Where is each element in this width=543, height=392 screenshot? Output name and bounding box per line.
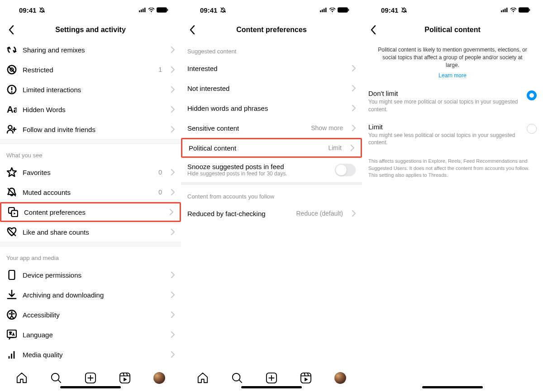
chevron-right-icon (171, 106, 175, 113)
screen-political-content: 09:41 Political content Political conten… (362, 0, 543, 392)
chevron-right-icon (352, 85, 356, 91)
row-label: Accessibility (23, 311, 162, 319)
row-label: Archiving and downloading (23, 291, 162, 299)
snooze-label: Snooze suggested posts in feed (187, 163, 329, 170)
option-description: You might see less political or social t… (368, 132, 521, 146)
option-title: Don't limit (368, 90, 521, 97)
chevron-right-icon (171, 351, 175, 358)
chevron-right-icon (352, 210, 356, 217)
back-button[interactable] (186, 23, 199, 37)
row-value: 0 (158, 169, 162, 176)
star-icon (6, 167, 17, 178)
row-label: Hidden Words (23, 106, 162, 113)
row-label: Limited interactions (23, 86, 162, 94)
row-label: Device permissions (23, 271, 162, 279)
row-political-content[interactable]: Political contentLimit (181, 138, 362, 158)
chevron-right-icon (171, 229, 175, 235)
option-limit[interactable]: Limit You might see less political or so… (362, 118, 543, 151)
row-limited-interactions[interactable]: Limited interactions (0, 80, 181, 99)
row-not-interested[interactable]: Not interested (181, 78, 362, 98)
chevron-right-icon (171, 189, 175, 195)
row-accessibility[interactable]: Accessibility (0, 305, 181, 325)
mute-icon (220, 7, 226, 13)
row-muted-accounts[interactable]: Muted accounts0 (0, 182, 181, 202)
row-hidden-words[interactable]: Hidden Words (0, 99, 181, 119)
section-suggested-content: Suggested content (181, 40, 362, 58)
content-icon (8, 207, 19, 217)
row-hidden-words-and-phrases[interactable]: Hidden words and phrases (181, 98, 362, 118)
row-content-preferences[interactable]: Content preferences (0, 202, 181, 222)
status-bar: 09:41 (362, 0, 543, 20)
wifi-icon (148, 8, 155, 13)
snooze-sublabel: Hide suggested posts in feed for 30 days… (187, 170, 329, 178)
tab-reels[interactable] (119, 372, 131, 384)
tab-search[interactable] (50, 372, 62, 384)
device-icon (6, 269, 17, 280)
battery-icon (338, 7, 349, 13)
back-button[interactable] (5, 23, 18, 37)
chevron-right-icon (351, 145, 354, 151)
row-snooze-suggested[interactable]: Snooze suggested posts in feed Hide sugg… (181, 158, 362, 182)
avatar-icon (334, 372, 346, 384)
tab-new-post[interactable] (84, 372, 97, 384)
option-don-t-limit[interactable]: Don't limit You might see more political… (362, 85, 543, 118)
row-device-permissions[interactable]: Device permissions (0, 265, 181, 285)
clock: 09:41 (19, 6, 36, 14)
language-icon (6, 329, 17, 340)
row-label: Favorites (23, 169, 153, 176)
radio-indicator[interactable] (527, 124, 537, 134)
home-indicator[interactable] (241, 386, 302, 388)
row-favorites[interactable]: Favorites0 (0, 162, 181, 182)
row-label: Sharing and remixes (23, 46, 162, 54)
chevron-right-icon (171, 86, 175, 93)
mute-icon (401, 7, 407, 13)
chevron-right-icon (352, 125, 356, 131)
row-label: Language (23, 331, 162, 339)
clock: 09:41 (381, 6, 398, 14)
screen-settings: 09:41 Settings and activity Sharing and … (0, 0, 181, 392)
tab-search[interactable] (231, 372, 243, 384)
home-indicator[interactable] (422, 386, 483, 388)
option-title: Limit (368, 123, 521, 131)
row-sharing-and-remixes[interactable]: Sharing and remixes (0, 40, 181, 60)
row-value: Limit (328, 144, 342, 151)
settings-list: Sharing and remixesRestricted1Limited in… (0, 40, 181, 367)
row-label: Muted accounts (23, 189, 153, 196)
row-like-and-share-counts[interactable]: Like and share counts (0, 222, 181, 242)
row-label: Like and share counts (23, 228, 162, 236)
status-bar: 09:41 (0, 0, 181, 20)
remix-icon (6, 44, 17, 55)
row-label: Sensitive content (187, 124, 305, 132)
chevron-right-icon (171, 169, 175, 175)
follow-icon (6, 124, 17, 135)
page-title: Political content (362, 26, 543, 34)
row-language[interactable]: Language (0, 325, 181, 345)
section-what-you-see: What you see (0, 144, 181, 162)
row-media-quality[interactable]: Media quality (0, 345, 181, 364)
row-sensitive-content[interactable]: Sensitive contentShow more (181, 118, 362, 138)
tab-profile[interactable] (153, 372, 166, 384)
row-archiving-and-downloading[interactable]: Archiving and downloading (0, 285, 181, 305)
toggle-snooze[interactable] (335, 164, 356, 176)
row-reduced-by-fact-checking[interactable]: Reduced by fact-checkingReduce (default) (181, 203, 362, 223)
chevron-right-icon (352, 105, 356, 111)
battery-icon (519, 7, 530, 13)
tab-reels[interactable] (300, 372, 312, 384)
back-button[interactable] (367, 23, 380, 37)
tab-new-post[interactable] (265, 372, 278, 384)
home-indicator[interactable] (60, 386, 121, 388)
row-interested[interactable]: Interested (181, 58, 362, 78)
battery-icon (157, 7, 168, 13)
chevron-right-icon (352, 65, 356, 71)
row-follow-and-invite-friends[interactable]: Follow and invite friends (0, 119, 181, 139)
chevron-right-icon (171, 66, 175, 73)
row-restricted[interactable]: Restricted1 (0, 60, 181, 80)
tab-home[interactable] (15, 372, 28, 384)
signal-icon (138, 8, 146, 12)
row-label: Interested (187, 65, 343, 72)
learn-more-link[interactable]: Learn more (362, 71, 543, 85)
tab-profile[interactable] (334, 372, 347, 384)
screen-content-preferences: 09:41 Content preferences Suggested cont… (181, 0, 362, 392)
tab-home[interactable] (196, 372, 209, 384)
radio-indicator[interactable] (527, 90, 537, 100)
